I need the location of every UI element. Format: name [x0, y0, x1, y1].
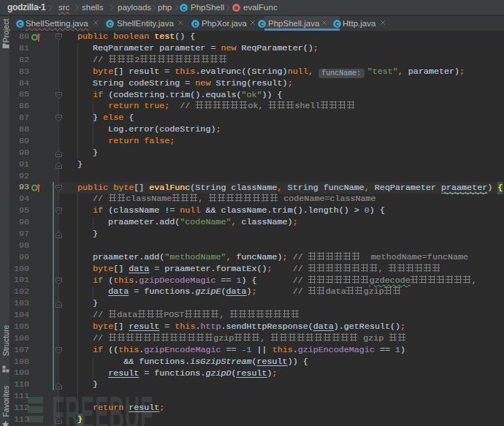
svg-text:C: C	[108, 21, 112, 28]
svg-text:C: C	[194, 21, 197, 28]
svg-text:C: C	[335, 21, 339, 28]
svg-text:C: C	[260, 21, 264, 28]
svg-text:m: m	[234, 4, 238, 11]
svg-text:C: C	[182, 5, 186, 12]
svg-text:C: C	[18, 21, 22, 28]
